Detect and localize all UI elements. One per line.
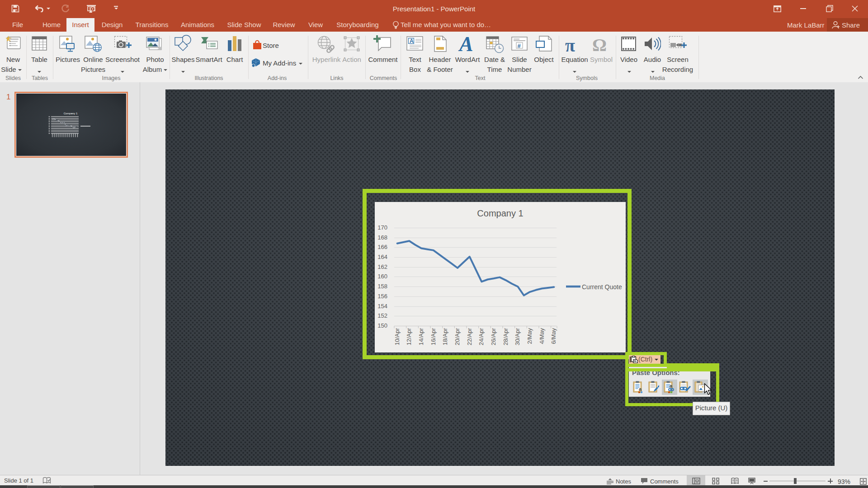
svg-text:#: # [517, 42, 521, 49]
svg-text:A: A [410, 38, 414, 44]
